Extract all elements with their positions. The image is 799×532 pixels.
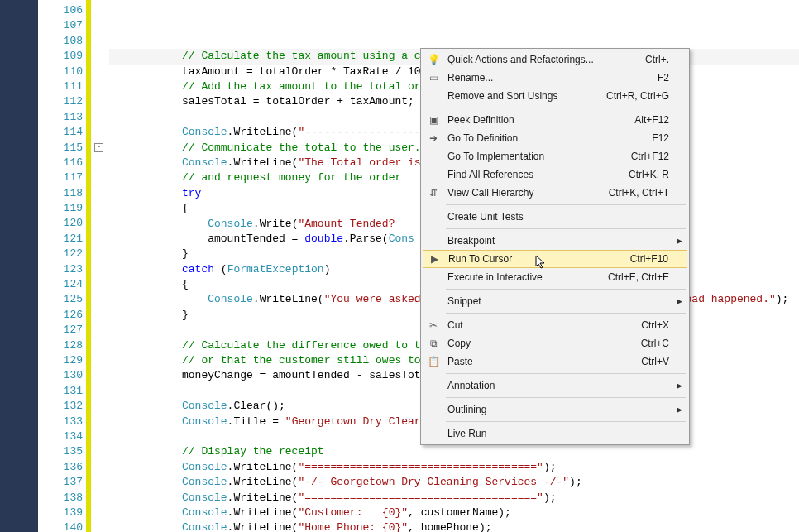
menu-item-label: Quick Actions and Refactorings...: [444, 54, 645, 65]
line-number: 118: [38, 186, 83, 201]
menu-item-shortcut: Alt+F12: [634, 114, 687, 126]
line-number: 123: [38, 262, 83, 277]
menu-item-shortcut: Ctrl+C: [641, 338, 687, 349]
fold-toggle[interactable]: -: [94, 143, 103, 152]
menu-item-shortcut: Ctrl+R, Ctrl+G: [606, 90, 687, 102]
peek-icon: ▣: [423, 114, 444, 126]
submenu-arrow-icon: ▶: [677, 237, 682, 245]
menu-item-paste[interactable]: 📋PasteCtrl+V: [423, 352, 687, 371]
menu-item-label: Remove and Sort Usings: [444, 90, 606, 102]
menu-item-shortcut: F12: [652, 132, 687, 144]
line-number: 111: [38, 79, 83, 94]
menu-item-label: Go To Definition: [444, 132, 652, 144]
menu-separator: [446, 289, 686, 290]
line-number: 139: [38, 506, 83, 520]
context-menu: 💡Quick Actions and Refactorings...Ctrl+.…: [420, 48, 690, 445]
line-number: 109: [38, 49, 83, 64]
menu-item-quick-actions-and-refactorings[interactable]: 💡Quick Actions and Refactorings...Ctrl+.: [423, 50, 687, 69]
menu-item-label: Outlining: [444, 404, 687, 415]
goto-icon: ➜: [423, 132, 444, 144]
menu-item-shortcut: Ctrl+K, R: [629, 169, 687, 180]
menu-item-cut[interactable]: ✂CutCtrl+X: [423, 316, 687, 334]
menu-item-label: Find All References: [444, 169, 629, 180]
line-number: 127: [38, 323, 83, 338]
menu-item-label: View Call Hierarchy: [444, 187, 609, 199]
line-number: 108: [38, 34, 83, 49]
menu-separator: [446, 228, 686, 229]
menu-item-find-all-references[interactable]: Find All ReferencesCtrl+K, R: [423, 165, 687, 184]
menu-separator: [446, 397, 686, 398]
menu-item-rename[interactable]: ▭Rename...F2: [423, 69, 687, 87]
line-number: 124: [38, 277, 83, 292]
line-number: 137: [38, 475, 83, 490]
menu-item-label: Paste: [444, 356, 641, 367]
menu-item-live-run[interactable]: Live Run: [423, 424, 687, 443]
menu-item-label: Execute in Interactive: [444, 271, 608, 283]
submenu-arrow-icon: ▶: [677, 297, 682, 305]
menu-item-label: Cut: [444, 319, 641, 331]
menu-item-label: Peek Definition: [444, 114, 634, 126]
menu-item-remove-and-sort-usings[interactable]: Remove and Sort UsingsCtrl+R, Ctrl+G: [423, 87, 687, 105]
line-number: 135: [38, 444, 83, 459]
line-number: 121: [38, 232, 83, 247]
line-number: 115: [38, 141, 83, 156]
menu-item-peek-definition[interactable]: ▣Peek DefinitionAlt+F12: [423, 111, 687, 129]
menu-item-go-to-definition[interactable]: ➜Go To DefinitionF12: [423, 129, 687, 147]
menu-item-annotation[interactable]: Annotation▶: [423, 376, 687, 395]
line-number: 126: [38, 308, 83, 323]
cut-icon: ✂: [423, 319, 444, 331]
menu-item-breakpoint[interactable]: Breakpoint▶: [423, 232, 687, 250]
run-icon: ▶: [423, 253, 445, 265]
hier-icon: ⇵: [423, 187, 444, 199]
line-number: 110: [38, 65, 83, 79]
menu-item-shortcut: Ctrl+X: [641, 319, 687, 331]
line-number: 140: [38, 520, 83, 532]
menu-item-create-unit-tests[interactable]: Create Unit Tests: [423, 208, 687, 226]
menu-item-label: Rename...: [444, 72, 658, 84]
submenu-arrow-icon: ▶: [677, 405, 682, 414]
menu-item-shortcut: F2: [658, 72, 687, 84]
line-number: 106: [38, 3, 83, 18]
code-line[interactable]: Console.WriteLine("Home Phone: {0}", hom…: [109, 520, 799, 532]
code-line[interactable]: Console.WriteLine("=====================…: [109, 460, 799, 475]
menu-item-shortcut: Ctrl+E, Ctrl+E: [608, 271, 687, 283]
line-number: 116: [38, 156, 83, 170]
menu-item-label: Breakpoint: [444, 235, 687, 247]
code-line[interactable]: Console.WriteLine("-/- Georgetown Dry Cl…: [109, 475, 799, 490]
menu-item-snippet[interactable]: Snippet▶: [423, 292, 687, 310]
menu-item-run-to-cursor[interactable]: ▶Run To CursorCtrl+F10: [423, 250, 687, 268]
line-number: 128: [38, 338, 83, 353]
menu-item-shortcut: Ctrl+V: [641, 356, 687, 367]
line-number: 133: [38, 415, 83, 429]
submenu-arrow-icon: ▶: [677, 381, 682, 390]
line-number: 113: [38, 110, 83, 125]
menu-item-shortcut: Ctrl+F12: [631, 151, 687, 162]
menu-item-label: Go To Implementation: [444, 151, 631, 162]
code-line[interactable]: Console.WriteLine("=====================…: [109, 491, 799, 506]
line-number: 125: [38, 292, 83, 307]
menu-item-outlining[interactable]: Outlining▶: [423, 400, 687, 419]
menu-separator: [446, 373, 686, 374]
code-line[interactable]: // Display the receipt: [109, 444, 799, 459]
menu-item-copy[interactable]: ⧉CopyCtrl+C: [423, 334, 687, 352]
line-number: 117: [38, 170, 83, 185]
line-number: 112: [38, 94, 83, 109]
tool-margin: [0, 0, 38, 532]
menu-item-execute-in-interactive[interactable]: Execute in InteractiveCtrl+E, Ctrl+E: [423, 268, 687, 286]
rename-icon: ▭: [423, 72, 444, 84]
menu-item-view-call-hierarchy[interactable]: ⇵View Call HierarchyCtrl+K, Ctrl+T: [423, 184, 687, 202]
line-number: 131: [38, 384, 83, 399]
menu-item-label: Snippet: [444, 295, 687, 307]
bulb-icon: 💡: [423, 54, 444, 65]
menu-separator: [446, 421, 686, 422]
line-number: 130: [38, 368, 83, 383]
line-number: 122: [38, 247, 83, 261]
line-number: 114: [38, 125, 83, 140]
line-number: 129: [38, 353, 83, 368]
code-line[interactable]: Console.WriteLine("Customer: {0}", custo…: [109, 506, 799, 520]
menu-item-go-to-implementation[interactable]: Go To ImplementationCtrl+F12: [423, 147, 687, 165]
line-number: 136: [38, 460, 83, 475]
menu-separator: [446, 204, 686, 205]
menu-item-shortcut: Ctrl+.: [645, 54, 687, 65]
menu-item-label: Annotation: [444, 380, 687, 391]
